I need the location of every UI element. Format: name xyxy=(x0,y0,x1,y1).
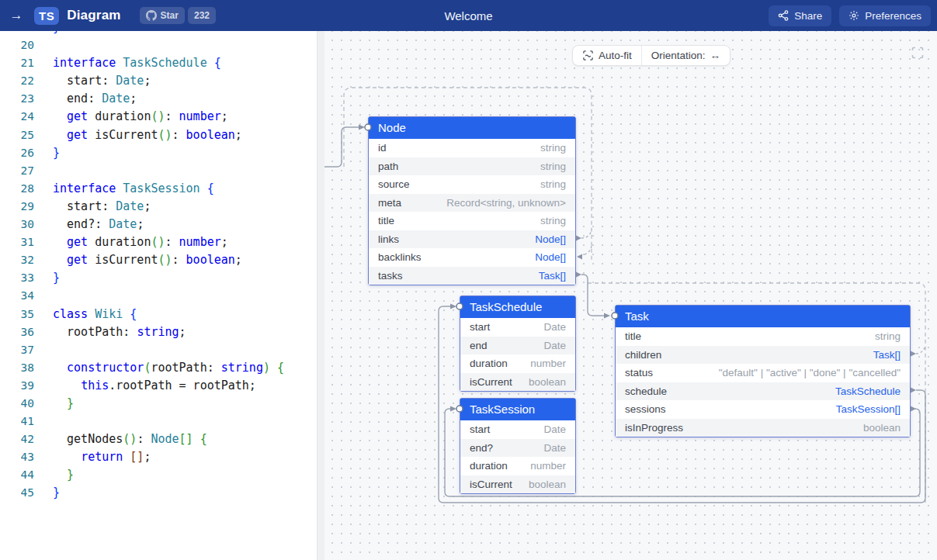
code-line[interactable]: 30 end?: Date; xyxy=(0,216,317,233)
field-type: string xyxy=(540,142,566,154)
entity-rows: titlestringchildrenTask[]status"default"… xyxy=(616,327,910,437)
code-line[interactable]: 22 start: Date; xyxy=(0,72,317,90)
field-type: Date xyxy=(543,340,566,351)
gear-icon xyxy=(849,10,859,21)
preferences-button[interactable]: Preferences xyxy=(839,5,931,26)
code-line[interactable]: 39 this.rootPath = rootPath; xyxy=(0,377,317,395)
code-editor[interactable]: 19}2021interface TaskSchedule {22 start:… xyxy=(0,31,317,560)
field-row: titlestring xyxy=(616,327,910,346)
field-name: duration xyxy=(470,460,508,472)
field-type: Record<string, unknown> xyxy=(446,197,566,209)
entity-title-task[interactable]: Task xyxy=(616,306,910,327)
code-lines: 19}2021interface TaskSchedule {22 start:… xyxy=(0,31,317,503)
code-line[interactable]: 21interface TaskSchedule { xyxy=(0,54,317,72)
field-row: startDate xyxy=(460,318,575,337)
field-type[interactable]: Node[] xyxy=(535,233,566,245)
entity-card-task[interactable]: Task titlestringchildrenTask[]status"def… xyxy=(615,305,911,437)
code-line[interactable]: 33} xyxy=(0,269,317,287)
line-number: 19 xyxy=(0,31,34,36)
code-text: } xyxy=(53,269,60,287)
field-row: pathstring xyxy=(369,157,575,176)
line-number: 44 xyxy=(0,466,34,484)
code-line[interactable]: 40 } xyxy=(0,395,317,413)
code-line[interactable]: 25 get isCurrent(): boolean; xyxy=(0,126,317,144)
code-line[interactable]: 44 } xyxy=(0,466,317,484)
field-type[interactable]: TaskSchedule xyxy=(835,385,901,397)
code-line[interactable]: 29 start: Date; xyxy=(0,198,317,216)
field-row: end?Date xyxy=(460,439,575,458)
code-line[interactable]: 42 getNodes(): Node[] { xyxy=(0,430,317,448)
code-line[interactable]: 32 get isCurrent(): boolean; xyxy=(0,251,317,269)
connector-links-self xyxy=(581,230,592,238)
field-row: titlestring xyxy=(369,212,575,230)
line-number: 43 xyxy=(0,448,34,466)
code-line[interactable]: 31 get duration(): number; xyxy=(0,233,317,251)
code-line[interactable]: 43 return []; xyxy=(0,448,317,466)
field-type[interactable]: Node[] xyxy=(535,251,566,263)
entity-title-taskschedule[interactable]: TaskSchedule xyxy=(460,296,575,318)
code-line[interactable]: 23 end: Date; xyxy=(0,90,317,108)
field-type: string xyxy=(540,215,566,226)
field-name: links xyxy=(378,233,399,245)
field-type: Date xyxy=(543,442,566,454)
code-line[interactable]: 20 xyxy=(0,36,317,54)
field-type: number xyxy=(530,460,566,472)
github-star-widget[interactable]: Star 232 xyxy=(140,7,216,24)
field-row: sessionsTaskSession[] xyxy=(616,400,910,419)
field-type: string xyxy=(875,330,901,342)
github-star-button[interactable]: Star xyxy=(140,7,185,24)
field-type[interactable]: Task[] xyxy=(873,349,901,361)
code-text: interface TaskSchedule { xyxy=(53,54,221,72)
field-name: start xyxy=(470,423,490,435)
field-row: idstring xyxy=(369,139,575,157)
autofit-button[interactable]: Auto-fit xyxy=(573,46,641,65)
code-text: } xyxy=(53,31,60,36)
diagram-canvas[interactable]: Auto-fit Orientation: ↔ Node idstringpat… xyxy=(324,31,937,560)
entity-rows: startDateendDatedurationnumberisCurrentb… xyxy=(460,318,575,391)
field-row: metaRecord<string, unknown> xyxy=(369,194,575,213)
code-text: } xyxy=(53,466,74,484)
code-line[interactable]: 41 xyxy=(0,413,317,430)
field-row: sourcestring xyxy=(369,175,575,194)
connector-backlinks-self xyxy=(583,246,592,255)
entity-title-tasksession[interactable]: TaskSession xyxy=(460,399,575,420)
fullscreen-icon[interactable] xyxy=(911,47,924,59)
code-line[interactable]: 34 xyxy=(0,287,317,305)
entity-card-taskschedule[interactable]: TaskSchedule startDateendDatedurationnum… xyxy=(460,296,576,392)
field-type[interactable]: Task[] xyxy=(539,270,566,282)
editor-scrollbar[interactable] xyxy=(317,31,324,560)
code-line[interactable]: 37 xyxy=(0,341,317,359)
orientation-label: Orientation: xyxy=(651,50,706,61)
code-line[interactable]: 26} xyxy=(0,144,317,162)
code-line[interactable]: 36 rootPath: string; xyxy=(0,323,317,341)
field-row: linksNode[] xyxy=(369,230,575,249)
code-line[interactable]: 35class Wiki { xyxy=(0,306,317,323)
topbar: → TS Diagram Star 232 Welcome Share Pref… xyxy=(0,0,937,31)
code-line[interactable]: 28interface TaskSession { xyxy=(0,180,317,198)
github-star-label: Star xyxy=(161,10,179,21)
code-line[interactable]: 45} xyxy=(0,484,317,502)
line-number: 27 xyxy=(0,162,34,180)
share-button[interactable]: Share xyxy=(769,5,831,26)
code-line[interactable]: 38 constructor(rootPath: string) { xyxy=(0,359,317,377)
code-text: get isCurrent(): boolean; xyxy=(53,251,242,269)
field-row: durationnumber xyxy=(460,354,575,373)
topbar-left: → TS Diagram Star 232 xyxy=(6,7,216,25)
code-line[interactable]: 27 xyxy=(0,162,317,180)
entity-card-tasksession[interactable]: TaskSession startDateend?Datedurationnum… xyxy=(460,398,576,494)
github-star-count[interactable]: 232 xyxy=(188,7,216,24)
entity-card-node[interactable]: Node idstringpathstringsourcestringmetaR… xyxy=(368,116,576,285)
code-line[interactable]: 24 get duration(): number; xyxy=(0,108,317,126)
orientation-button[interactable]: Orientation: ↔ xyxy=(641,46,730,65)
field-name: tasks xyxy=(378,270,403,282)
code-line[interactable]: 19} xyxy=(0,31,317,36)
line-number: 35 xyxy=(0,306,34,323)
app-logo: TS xyxy=(34,7,59,25)
collapse-panel-icon[interactable]: → xyxy=(6,8,26,23)
field-type[interactable]: TaskSession[] xyxy=(836,403,901,415)
line-number: 20 xyxy=(0,36,34,54)
topbar-right: Share Preferences xyxy=(769,5,931,26)
field-name: backlinks xyxy=(378,251,422,263)
field-row: status"default" | "active" | "done" | "c… xyxy=(616,364,910,382)
entity-title-node[interactable]: Node xyxy=(369,117,575,139)
